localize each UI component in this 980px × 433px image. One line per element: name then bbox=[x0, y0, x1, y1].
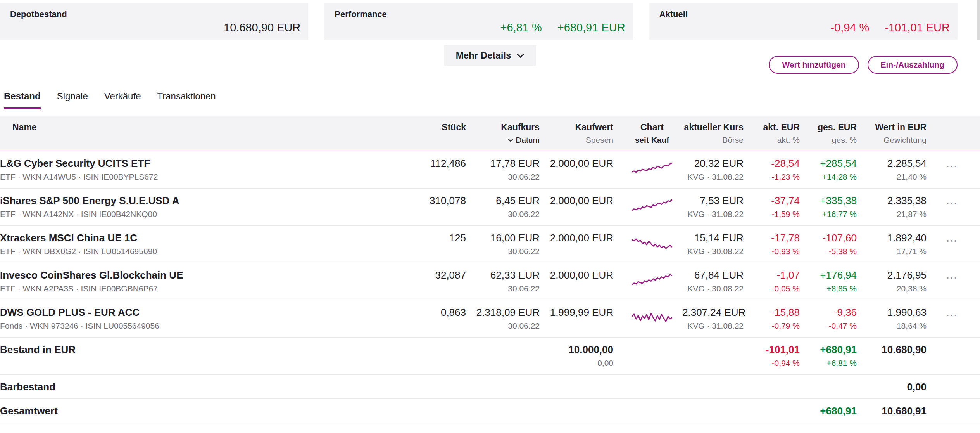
total-ges-eur-cell: +680,91 +6,81 % bbox=[808, 344, 865, 368]
deposit-withdraw-button[interactable]: Ein-/Auszahlung bbox=[868, 56, 958, 74]
akt-kurs-value: 20,32 EUR bbox=[682, 158, 744, 170]
total-wert-value: 10.680,90 bbox=[865, 344, 927, 356]
more-details-button[interactable]: Mehr Details bbox=[444, 45, 536, 66]
tab-bestand[interactable]: Bestand bbox=[4, 91, 41, 109]
akt-eur-cell: -15,88 -0,79 % bbox=[752, 307, 808, 331]
name-cell: L&G Cyber Security UCITS ETF ETF · WKN A… bbox=[0, 158, 416, 182]
column-header-kaufkurs[interactable]: Kaufkurs Datum bbox=[474, 122, 548, 145]
sparkline-chart-icon bbox=[632, 159, 672, 177]
security-meta: ETF · WKN A142NX · ISIN IE00B42NKQ00 bbox=[0, 210, 413, 219]
wert-value: 2.285,54 bbox=[865, 158, 927, 170]
ges-eur-value: +285,54 bbox=[808, 158, 857, 170]
akt-eur-value: -37,74 bbox=[752, 195, 800, 207]
security-name-link[interactable]: Invesco CoinShares Gl.Blockchain UE bbox=[0, 269, 413, 281]
total-spesen-value: 0,00 bbox=[548, 359, 613, 368]
kaufkurs-value: 62,33 EUR bbox=[474, 269, 540, 281]
table-header: Name Stück Kaufkurs Datum Kaufwert Spese… bbox=[0, 116, 980, 151]
wert-value: 1.892,40 bbox=[865, 232, 927, 244]
row-menu-icon[interactable]: ⋯ bbox=[946, 311, 958, 319]
akt-eur-value: -15,88 bbox=[752, 307, 800, 319]
boerse-value: KVG · 30.08.22 bbox=[682, 284, 744, 293]
kaufwert-cell: 2.000,00 EUR bbox=[548, 195, 622, 207]
total-ges-pct-value: +6,81 % bbox=[808, 359, 857, 368]
kaufwert-cell: 1.999,99 EUR bbox=[548, 307, 622, 319]
total-bestand-label-cell: Bestand in EUR bbox=[0, 344, 416, 356]
stueck-value: 125 bbox=[416, 232, 466, 244]
ges-eur-cell: -9,36 -0,47 % bbox=[808, 307, 865, 331]
kaufdatum-value: 30.06.22 bbox=[474, 321, 540, 331]
ges-eur-value: -107,60 bbox=[808, 232, 857, 244]
security-meta: Fonds · WKN 973246 · ISIN LU0055649056 bbox=[0, 321, 413, 331]
security-name-link[interactable]: Xtrackers MSCI China UE 1C bbox=[0, 232, 413, 244]
stueck-value: 0,863 bbox=[416, 307, 466, 319]
aktuell-percent: -0,94 % bbox=[830, 21, 869, 34]
security-name-link[interactable]: L&G Cyber Security UCITS ETF bbox=[0, 158, 413, 170]
gesamtwert-row: Gesamtwert +680,91 10.680,91 bbox=[0, 399, 980, 423]
kaufkurs-cell: 2.318,09 EUR 30.06.22 bbox=[474, 307, 548, 331]
menu-cell: ⋯ bbox=[935, 307, 980, 320]
gewichtung-value: 18,64 % bbox=[865, 321, 927, 331]
gewichtung-value: 17,71 % bbox=[865, 247, 927, 256]
akt-pct-value: -1,59 % bbox=[752, 210, 800, 219]
ges-eur-value: +335,38 bbox=[808, 195, 857, 207]
ges-pct-value: +14,28 % bbox=[808, 172, 857, 182]
wert-cell: 2.285,54 21,40 % bbox=[865, 158, 935, 182]
wert-value: 2.335,38 bbox=[865, 195, 927, 207]
table-row[interactable]: iShares S&P 500 Energy S.U.E.USD A ETF ·… bbox=[0, 189, 980, 226]
menu-cell: ⋯ bbox=[935, 269, 980, 283]
add-value-button[interactable]: Wert hinzufügen bbox=[769, 56, 859, 74]
akt-eur-cell: -28,54 -1,23 % bbox=[752, 158, 808, 182]
akt-pct-value: -0,79 % bbox=[752, 321, 800, 331]
aktuell-label: Aktuell bbox=[659, 9, 950, 19]
security-name-link[interactable]: iShares S&P 500 Energy S.U.E.USD A bbox=[0, 195, 413, 207]
more-details-label: Mehr Details bbox=[456, 50, 511, 61]
kaufwert-value: 2.000,00 EUR bbox=[548, 158, 613, 170]
sparkline-chart-icon bbox=[632, 271, 672, 289]
aktuell-amount: -101,01 EUR bbox=[885, 21, 950, 34]
kaufwert-cell: 2.000,00 EUR bbox=[548, 232, 622, 244]
performance-percent: +6,81 % bbox=[500, 21, 542, 34]
wert-cell: 2.176,95 20,38 % bbox=[865, 269, 935, 293]
summary-card-aktuell: Aktuell -0,94 % -101,01 EUR bbox=[649, 3, 958, 40]
stueck-cell: 112,486 bbox=[416, 158, 474, 170]
stueck-cell: 0,863 bbox=[416, 307, 474, 319]
table-row[interactable]: L&G Cyber Security UCITS ETF ETF · WKN A… bbox=[0, 151, 980, 189]
kaufkurs-value: 6,45 EUR bbox=[474, 195, 540, 207]
stueck-cell: 125 bbox=[416, 232, 474, 244]
security-meta: ETF · WKN A14WU5 · ISIN IE00BYPLS672 bbox=[0, 172, 413, 182]
akt-pct-value: -1,23 % bbox=[752, 172, 800, 182]
tab-signale[interactable]: Signale bbox=[57, 91, 88, 109]
row-menu-icon[interactable]: ⋯ bbox=[946, 237, 958, 244]
table-row[interactable]: Invesco CoinShares Gl.Blockchain UE ETF … bbox=[0, 263, 980, 300]
ges-eur-value: -9,36 bbox=[808, 307, 857, 319]
kaufkurs-cell: 17,78 EUR 30.06.22 bbox=[474, 158, 548, 182]
tab-verkaeufe[interactable]: Verkäufe bbox=[104, 91, 141, 109]
kaufwert-value: 2.000,00 EUR bbox=[548, 269, 613, 281]
gesamtwert-label-cell: Gesamtwert bbox=[0, 405, 416, 417]
wert-cell: 1.990,63 18,64 % bbox=[865, 307, 935, 331]
scrollbar[interactable] bbox=[977, 0, 980, 40]
row-menu-icon[interactable]: ⋯ bbox=[946, 199, 958, 207]
security-meta: ETF · WKN A2PA3S · ISIN IE00BGBN6P67 bbox=[0, 284, 413, 293]
kaufdatum-value: 30.06.22 bbox=[474, 172, 540, 182]
row-menu-icon[interactable]: ⋯ bbox=[946, 274, 958, 282]
kaufdatum-value: 30.06.22 bbox=[474, 210, 540, 219]
akt-eur-cell: -17,78 -0,93 % bbox=[752, 232, 808, 256]
akt-eur-cell: -1,07 -0,05 % bbox=[752, 269, 808, 293]
summary-card-depotbestand: Depotbestand 10.680,90 EUR bbox=[0, 3, 308, 40]
ges-eur-cell: +176,94 +8,85 % bbox=[808, 269, 865, 293]
menu-cell: ⋯ bbox=[935, 232, 980, 246]
tab-transaktionen[interactable]: Transaktionen bbox=[157, 91, 216, 109]
total-akt-eur-value: -101,01 bbox=[752, 344, 800, 356]
kaufkurs-value: 17,78 EUR bbox=[474, 158, 540, 170]
akt-kurs-cell: 67,84 EUR KVG · 30.08.22 bbox=[682, 269, 752, 293]
kaufwert-value: 2.000,00 EUR bbox=[548, 195, 613, 207]
table-row[interactable]: Xtrackers MSCI China UE 1C ETF · WKN DBX… bbox=[0, 226, 980, 263]
security-name-link[interactable]: DWS GOLD PLUS - EUR ACC bbox=[0, 307, 413, 319]
ges-eur-cell: +335,38 +16,77 % bbox=[808, 195, 865, 219]
akt-pct-value: -0,05 % bbox=[752, 284, 800, 293]
table-row[interactable]: DWS GOLD PLUS - EUR ACC Fonds · WKN 9732… bbox=[0, 300, 980, 338]
sparkline-chart-icon bbox=[632, 234, 672, 251]
stueck-cell: 32,087 bbox=[416, 269, 474, 281]
row-menu-icon[interactable]: ⋯ bbox=[946, 162, 958, 170]
